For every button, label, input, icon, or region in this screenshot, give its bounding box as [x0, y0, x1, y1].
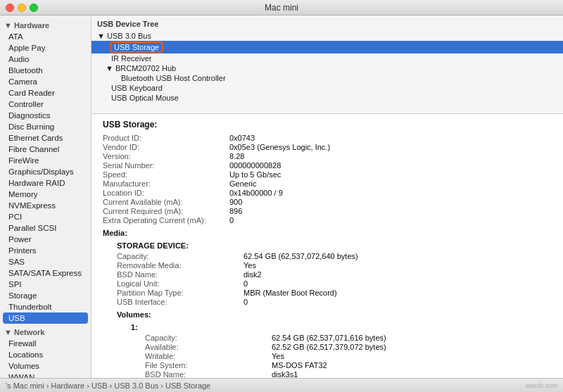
tree-panel: USB Device Tree ▼ USB 3.0 Bus USB Storag…: [91, 15, 563, 114]
sidebar-item-firewall[interactable]: Firewall: [0, 338, 91, 349]
sidebar-item-camera[interactable]: Camera: [0, 76, 91, 87]
detail-row: Capacity:62.54 GB (62,537,072,640 bytes): [117, 252, 552, 260]
sidebar-item-memory[interactable]: Memory: [0, 189, 91, 200]
tree-item-irreceiver[interactable]: IR Receiver: [91, 53, 563, 63]
sidebar-item-sata[interactable]: SATA/SATA Express: [0, 267, 91, 279]
detail-label: USB Interface:: [117, 298, 243, 306]
sidebar-item-power[interactable]: Power: [0, 234, 91, 245]
sidebar-item-wwan[interactable]: WWAN: [0, 372, 91, 378]
detail-value: Yes: [272, 352, 284, 360]
sidebar-item-locations[interactable]: Locations: [0, 349, 91, 360]
sidebar-section-hardware: ▼ Hardware: [0, 18, 91, 31]
detail-value: 0: [229, 216, 234, 225]
detail-row: Manufacturer:Generic: [103, 179, 552, 188]
sidebar-item-storage[interactable]: Storage: [0, 290, 91, 301]
detail-row: Version:8.28: [103, 152, 552, 160]
tree-item-brcmhub[interactable]: ▼ BRCM20702 Hub: [91, 63, 563, 73]
volume-fields: Capacity:62.54 GB (62,537,071,616 bytes)…: [131, 334, 552, 378]
tree-item-usbmouse[interactable]: USB Optical Mouse: [91, 93, 563, 103]
detail-value: 900: [229, 198, 242, 206]
sidebar-item-graphicsdisplays[interactable]: Graphics/Displays: [0, 166, 91, 177]
detail-value: Yes: [243, 261, 256, 270]
main-container: ▼ Hardware ATA Apple Pay Audio Bluetooth…: [0, 15, 563, 378]
detail-label: Available:: [145, 343, 272, 351]
detail-row: Writable:Yes: [145, 352, 552, 360]
sidebar-item-usb[interactable]: USB: [3, 312, 88, 324]
sidebar-item-controller[interactable]: Controller: [0, 99, 91, 110]
sidebar-item-cardreader[interactable]: Card Reader: [0, 87, 91, 99]
detail-value: 896: [229, 207, 242, 215]
breadcrumb: 's Mac mini › Hardware › USB › USB 3.0 B…: [0, 378, 563, 392]
minimize-button[interactable]: [18, 4, 26, 12]
sidebar-item-diagnostics[interactable]: Diagnostics: [0, 110, 91, 121]
sidebar-item-volumes[interactable]: Volumes: [0, 360, 91, 372]
sidebar-item-applepay[interactable]: Apple Pay: [0, 42, 91, 53]
sidebar-item-nvmexpress[interactable]: NVMExpress: [0, 200, 91, 211]
tree-item-usbstorage[interactable]: USB Storage: [91, 41, 563, 53]
detail-label: Current Available (mA):: [103, 198, 229, 206]
detail-label: Logical Unit:: [117, 279, 243, 288]
storage-device-section: STORAGE DEVICE: Capacity:62.54 GB (62,53…: [103, 241, 552, 378]
title-bar: Mac mini: [0, 0, 563, 15]
detail-row: Available:62.52 GB (62,517,379,072 bytes…: [145, 343, 552, 351]
detail-value: 0x05e3 (Genesys Logic, Inc.): [229, 143, 330, 151]
close-button[interactable]: [6, 4, 14, 12]
detail-value: 0x14b00000 / 9: [229, 189, 283, 197]
detail-label: File System:: [145, 361, 272, 369]
detail-row: Current Available (mA):900: [103, 198, 552, 206]
sidebar-item-pci[interactable]: PCI: [0, 211, 91, 222]
sidebar-item-spi[interactable]: SPI: [0, 279, 91, 290]
tree-item-usb3bus[interactable]: ▼ USB 3.0 Bus: [91, 31, 563, 41]
sidebar-item-fibrechannel[interactable]: Fibre Channel: [0, 144, 91, 155]
sidebar-item-ethernetcards[interactable]: Ethernet Cards: [0, 132, 91, 144]
tree-item-usbkeyboard[interactable]: USB Keyboard: [91, 83, 563, 93]
detail-label: Partition Map Type:: [117, 289, 243, 297]
detail-label: Manufacturer:: [103, 179, 229, 188]
detail-value: 8.28: [229, 152, 244, 160]
detail-label: Writable:: [145, 352, 272, 360]
breadcrumb-text: 's Mac mini › Hardware › USB › USB 3.0 B…: [6, 381, 210, 390]
sidebar-item-audio[interactable]: Audio: [0, 53, 91, 65]
detail-value: 62.54 GB (62,537,072,640 bytes): [243, 252, 358, 260]
sidebar-item-parallelscsi[interactable]: Parallel SCSI: [0, 222, 91, 234]
tree-header: USB Device Tree: [91, 18, 563, 31]
sidebar-item-firewire[interactable]: FireWire: [0, 155, 91, 166]
detail-value: Up to 5 Gb/sec: [229, 170, 281, 179]
detail-value: 62.52 GB (62,517,379,072 bytes): [272, 343, 386, 351]
volumes-label: Volumes:: [117, 310, 552, 319]
detail-panel: USB Storage: Product ID:0x0743Vendor ID:…: [91, 114, 563, 378]
sidebar-item-ata[interactable]: ATA: [0, 31, 91, 42]
tree-item-bluetooth-usb[interactable]: Bluetooth USB Host Controller: [91, 73, 563, 83]
sidebar-item-printers[interactable]: Printers: [0, 245, 91, 256]
detail-row: BSD Name:disk2: [117, 270, 552, 279]
detail-row: Location ID:0x14b00000 / 9: [103, 189, 552, 197]
storage-device-label: STORAGE DEVICE:: [117, 241, 552, 250]
detail-value: MS-DOS FAT32: [272, 361, 327, 369]
sidebar-item-thunderbolt[interactable]: Thunderbolt: [0, 301, 91, 312]
detail-row: Speed:Up to 5 Gb/sec: [103, 170, 552, 179]
detail-label: Version:: [103, 152, 229, 160]
media-label: Media:: [103, 229, 552, 237]
detail-row: Serial Number:000000000828: [103, 161, 552, 170]
detail-value: disk3s1: [272, 370, 298, 378]
content-area: USB Device Tree ▼ USB 3.0 Bus USB Storag…: [91, 15, 563, 378]
detail-row: File System:MS-DOS FAT32: [145, 361, 552, 369]
detail-row: Current Required (mA):896: [103, 207, 552, 215]
detail-label: Capacity:: [145, 334, 272, 342]
sidebar-item-discburning[interactable]: Disc Burning: [0, 121, 91, 132]
detail-label: Vendor ID:: [103, 143, 229, 151]
sidebar-item-hardwareraid[interactable]: Hardware RAID: [0, 177, 91, 189]
sidebar-item-sas[interactable]: SAS: [0, 256, 91, 267]
watermark: wsxdn.com: [526, 382, 557, 389]
detail-value: Generic: [229, 179, 257, 188]
storage-fields: Capacity:62.54 GB (62,537,072,640 bytes)…: [117, 252, 552, 306]
window-controls[interactable]: [6, 4, 38, 12]
volume-number: 1:: [131, 323, 552, 331]
detail-label: Removable Media:: [117, 261, 243, 270]
detail-label: Product ID:: [103, 134, 229, 142]
window-title: Mac mini: [265, 3, 298, 13]
maximize-button[interactable]: [30, 4, 38, 12]
detail-label: Current Required (mA):: [103, 207, 229, 215]
sidebar-item-bluetooth[interactable]: Bluetooth: [0, 65, 91, 76]
detail-label: Speed:: [103, 170, 229, 179]
